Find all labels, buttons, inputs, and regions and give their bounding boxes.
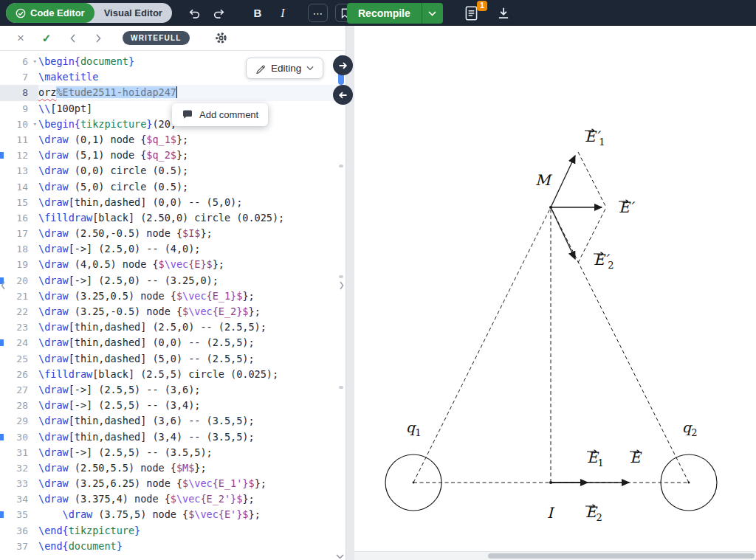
undo-icon — [188, 7, 201, 19]
code-line[interactable]: 25\draw[thin,dashed] (5,0) -- (2.5,5); — [0, 351, 346, 367]
code-line[interactable]: 24\draw[thin,dashed] (0,0) -- (2.5,5); — [0, 335, 346, 350]
fold-caret-icon[interactable]: ▾ — [33, 54, 37, 69]
line-number: 24 — [0, 335, 38, 350]
code-line[interactable]: 15\draw[thin,dashed] (0,0) -- (5,0); — [0, 195, 346, 210]
code-text: \draw[->] (2.5,5) -- (3,4); — [38, 398, 200, 413]
logs-button[interactable]: 1 — [464, 4, 483, 23]
line-number: 7 — [0, 69, 38, 85]
collapse-right-handle[interactable] — [339, 280, 345, 291]
chevron-down-icon — [336, 554, 344, 559]
code-text: orz%Etude2511-hoidap247 — [38, 85, 177, 100]
comment-bubble-icon — [182, 109, 193, 120]
bold-button[interactable]: B — [249, 4, 267, 22]
chevron-left-icon — [69, 33, 76, 44]
code-text: \draw[thin,dashed] (0,0) -- (5,0); — [38, 195, 242, 210]
redo-button[interactable] — [210, 4, 228, 22]
line-number: 10▾ — [0, 117, 38, 132]
code-line[interactable]: 16\filldraw[black] (2.50,0) circle (0.02… — [0, 210, 346, 226]
pdf-horizontal-scrollbar[interactable] — [354, 551, 756, 560]
chevron-left-icon — [0, 280, 6, 291]
code-line[interactable]: 22\draw (3.25,-0.5) node {$\vec{E_2}$}; — [0, 304, 346, 319]
accept-button[interactable]: ✓ — [39, 31, 54, 46]
editor-scrollbar[interactable] — [338, 54, 344, 550]
code-line[interactable]: 27\draw[->] (2.5,5) -- (3,6); — [0, 382, 346, 398]
previous-suggestion-button[interactable] — [65, 31, 80, 46]
code-text: \filldraw[black] (2.5,5) circle (0.025); — [38, 367, 278, 382]
code-text: \maketitle — [38, 69, 98, 85]
chevron-down-icon — [306, 66, 314, 71]
pdf-scrollbar-thumb[interactable] — [488, 553, 755, 559]
code-line[interactable]: 37\end{document} — [0, 539, 346, 554]
close-button[interactable]: × — [13, 31, 28, 46]
line-number: 26 — [0, 367, 38, 382]
add-comment-button[interactable]: Add comment — [172, 103, 268, 126]
code-line[interactable]: 18\draw[->] (2.5,0) -- (4,0); — [0, 241, 346, 257]
code-text: \draw (5,0) circle (0.5); — [38, 179, 188, 195]
editing-mode-button[interactable]: Editing — [246, 58, 323, 79]
dashed-lines — [413, 152, 689, 483]
pane-divider[interactable] — [346, 26, 354, 560]
code-line[interactable]: 23\draw[thin,dashed] (2.5,0) -- (2.5,5); — [0, 319, 346, 335]
code-text: \draw (3.375,4) node {$\vec{E_2'}$}; — [38, 491, 255, 507]
code-line[interactable]: 31\draw[->] (2.5,5) -- (3.5,5); — [0, 445, 346, 460]
line-number: 22 — [0, 304, 38, 319]
code-line[interactable]: 29\draw[thin,dashed] (3,6) -- (3.5,5); — [0, 413, 346, 429]
line-number: 6▾ — [0, 54, 38, 69]
collapse-left-handle[interactable] — [0, 280, 6, 291]
code-line[interactable]: 21\draw (3.25,0.5) node {$\vec{E_1}$}; — [0, 288, 346, 304]
code-line[interactable]: 28\draw[->] (2.5,5) -- (3,4); — [0, 398, 346, 413]
line-number: 19 — [0, 257, 38, 272]
code-text: \draw[thin,dashed] (5,0) -- (2.5,5); — [38, 351, 255, 367]
scroll-down-button[interactable] — [336, 554, 344, 559]
more-options-button[interactable]: ⋯ — [308, 4, 328, 22]
code-text: \begin{tikzpicture}(20, — [38, 117, 176, 132]
fold-caret-icon[interactable]: ▾ — [33, 117, 37, 132]
arrow-left-icon — [337, 90, 348, 100]
settings-button[interactable] — [214, 31, 229, 46]
code-line[interactable]: 12\draw (5,1) node {$q_2$}; — [0, 148, 346, 163]
code-text: \draw (3.25,-0.5) node {$\vec{E_2}$}; — [38, 304, 261, 319]
code-text: \filldraw[black] (2.50,0) circle (0.025)… — [38, 210, 284, 226]
italic-button[interactable]: I — [274, 4, 292, 22]
next-suggestion-button[interactable] — [91, 31, 106, 46]
code-line[interactable]: 17\draw (2.50,-0.5) node {$I$}; — [0, 226, 346, 241]
code-line[interactable]: 32\draw (2.50,5.5) node {$M$}; — [0, 460, 346, 476]
line-number: 16 — [0, 210, 38, 226]
sync-to-pdf-button[interactable] — [333, 55, 353, 75]
code-line[interactable]: 14\draw (5,0) circle (0.5); — [0, 179, 346, 195]
code-line[interactable]: 19\draw (4,0.5) node {$\vec{E}$}; — [0, 257, 346, 272]
writefull-toolbar: × ✓ WRITEFULL — [0, 26, 346, 51]
label-M: M — [535, 171, 553, 189]
code-line[interactable]: 13\draw (0,0) circle (0.5); — [0, 163, 346, 179]
undo-button[interactable] — [185, 4, 203, 22]
code-editor[interactable]: 6▾\begin{document}7\maketitle8orz%Etude2… — [0, 51, 346, 560]
code-editor-toggle[interactable]: Code Editor — [6, 3, 94, 23]
code-line[interactable]: 36\end{tikzpicture} — [0, 523, 346, 539]
code-line[interactable]: 20\draw[->] (2.5,0) -- (3.25,0); — [0, 273, 346, 288]
writefull-badge[interactable]: WRITEFULL — [123, 31, 190, 45]
code-line[interactable]: 11\draw (0,1) node {$q_1$}; — [0, 132, 346, 148]
code-line[interactable]: 34\draw (3.375,4) node {$\vec{E_2'}$}; — [0, 491, 346, 507]
code-text: \draw[thin,dashed] (0,0) -- (2.5,5); — [38, 335, 255, 350]
check-icon: ✓ — [42, 32, 52, 45]
label-q1: q1 — [406, 419, 421, 438]
code-text: \draw (3.75,5) node {$\vec{E'}$}; — [38, 507, 261, 522]
code-text: \\[100pt] — [38, 101, 92, 117]
recompile-button[interactable]: Recompile — [347, 3, 422, 24]
recompile-dropdown-button[interactable] — [422, 3, 443, 24]
code-line[interactable]: 30\draw[thin,dashed] (3,4) -- (3.5,5); — [0, 429, 346, 445]
recompile-group: Recompile — [347, 3, 443, 24]
visual-editor-toggle[interactable]: Visual Editor — [94, 3, 172, 23]
label-q2: q2 — [682, 419, 697, 438]
code-line[interactable]: 33\draw (3.25,6.25) node {$\vec{E_1'}$}; — [0, 476, 346, 491]
code-line[interactable]: 8orz%Etude2511-hoidap247 — [0, 85, 346, 100]
code-text: \draw[->] (2.5,0) -- (4,0); — [38, 241, 200, 257]
code-text: \draw (3.25,6.25) node {$\vec{E_1'}$}; — [38, 476, 267, 491]
code-line[interactable]: 35 \draw (3.75,5) node {$\vec{E'}$}; — [0, 507, 346, 522]
sync-to-code-button[interactable] — [333, 85, 353, 105]
text-cursor — [176, 86, 178, 98]
scrollbar-annotation — [339, 386, 343, 389]
code-line[interactable]: 26\filldraw[black] (2.5,5) circle (0.025… — [0, 367, 346, 382]
close-icon: × — [17, 31, 24, 46]
download-pdf-button[interactable] — [496, 4, 514, 22]
